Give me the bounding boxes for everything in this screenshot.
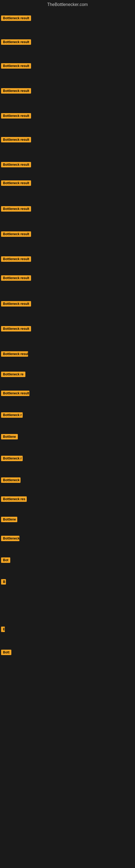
bottleneck-badge-4[interactable]: Bottleneck result bbox=[1, 88, 31, 94]
bottleneck-item-28: E bbox=[1, 627, 5, 633]
bottleneck-item-9: Bottleneck result bbox=[1, 206, 31, 213]
bottleneck-badge-18[interactable]: Bottleneck r bbox=[1, 412, 23, 418]
site-title: TheBottlenecker.com bbox=[0, 0, 135, 8]
bottleneck-badge-17[interactable]: Bottleneck result bbox=[1, 391, 30, 396]
bottleneck-badge-12[interactable]: Bottleneck result bbox=[1, 275, 31, 281]
bottleneck-badge-6[interactable]: Bottleneck result bbox=[1, 137, 31, 143]
bottleneck-item-15: Bottleneck result bbox=[1, 351, 28, 358]
bottleneck-badge-10[interactable]: Bottleneck result bbox=[1, 231, 31, 237]
bottleneck-item-17: Bottleneck result bbox=[1, 391, 30, 397]
bottleneck-badge-15[interactable]: Bottleneck result bbox=[1, 351, 28, 357]
bottleneck-badge-11[interactable]: Bottleneck result bbox=[1, 256, 31, 262]
bottleneck-item-20: Bottleneck r bbox=[1, 456, 23, 462]
bottleneck-badge-16[interactable]: Bottleneck re bbox=[1, 372, 26, 377]
bottleneck-badge-23[interactable]: Bottlene bbox=[1, 517, 17, 522]
bottleneck-badge-3[interactable]: Bottleneck result bbox=[1, 63, 31, 69]
bottleneck-badge-14[interactable]: Bottleneck result bbox=[1, 326, 31, 332]
bottleneck-item-3: Bottleneck result bbox=[1, 63, 31, 70]
bottleneck-item-26: B bbox=[1, 579, 6, 586]
bottleneck-item-1: Bottleneck result bbox=[1, 16, 31, 22]
bottleneck-item-24: Bottleneck bbox=[1, 536, 19, 542]
bottleneck-badge-25[interactable]: Bot bbox=[1, 557, 10, 563]
bottleneck-badge-8[interactable]: Bottleneck result bbox=[1, 180, 31, 186]
bottleneck-item-21: Bottleneck bbox=[1, 477, 20, 484]
bottleneck-badge-9[interactable]: Bottleneck result bbox=[1, 206, 31, 212]
bottleneck-item-6: Bottleneck result bbox=[1, 137, 31, 144]
bottleneck-item-22: Bottleneck res bbox=[1, 496, 27, 503]
bottleneck-item-23: Bottlene bbox=[1, 517, 17, 523]
bottleneck-item-7: Bottleneck result bbox=[1, 162, 31, 168]
bottleneck-badge-1[interactable]: Bottleneck result bbox=[1, 16, 31, 21]
bottleneck-badge-29[interactable]: Bott bbox=[1, 650, 11, 655]
bottleneck-badge-28[interactable]: E bbox=[1, 627, 5, 632]
bottleneck-badge-26[interactable]: B bbox=[1, 579, 6, 585]
bottleneck-item-10: Bottleneck result bbox=[1, 231, 31, 238]
bottleneck-item-4: Bottleneck result bbox=[1, 88, 31, 95]
bottleneck-item-12: Bottleneck result bbox=[1, 275, 31, 282]
bottleneck-item-19: Bottlene bbox=[1, 434, 18, 440]
bottleneck-item-14: Bottleneck result bbox=[1, 326, 31, 333]
bottleneck-badge-21[interactable]: Bottleneck bbox=[1, 477, 20, 483]
bottleneck-badge-2[interactable]: Bottleneck result bbox=[1, 39, 31, 45]
bottleneck-item-16: Bottleneck re bbox=[1, 372, 26, 378]
bottleneck-item-13: Bottleneck result bbox=[1, 301, 31, 308]
bottleneck-badge-13[interactable]: Bottleneck result bbox=[1, 301, 31, 307]
bottleneck-item-25: Bot bbox=[1, 557, 10, 564]
bottleneck-badge-7[interactable]: Bottleneck result bbox=[1, 162, 31, 167]
page-container: TheBottlenecker.com Bottleneck resultBot… bbox=[0, 0, 135, 868]
bottleneck-badge-22[interactable]: Bottleneck res bbox=[1, 496, 27, 502]
bottleneck-item-29: Bott bbox=[1, 650, 11, 656]
bottleneck-badge-24[interactable]: Bottleneck bbox=[1, 536, 19, 541]
bottleneck-item-2: Bottleneck result bbox=[1, 39, 31, 46]
bottleneck-item-8: Bottleneck result bbox=[1, 180, 31, 187]
bottleneck-item-11: Bottleneck result bbox=[1, 256, 31, 263]
bottleneck-badge-5[interactable]: Bottleneck result bbox=[1, 113, 31, 119]
bottleneck-badge-19[interactable]: Bottlene bbox=[1, 434, 18, 439]
bottleneck-item-18: Bottleneck r bbox=[1, 412, 23, 419]
bottleneck-badge-20[interactable]: Bottleneck r bbox=[1, 456, 23, 461]
bottleneck-item-5: Bottleneck result bbox=[1, 113, 31, 120]
